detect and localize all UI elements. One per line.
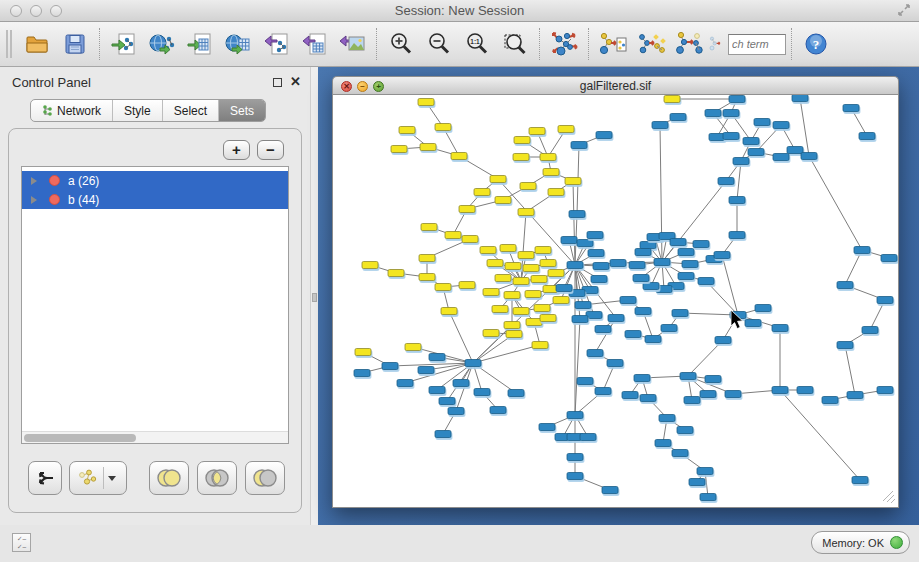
status-bar: ✓‒✓‒ Memory: OK bbox=[0, 525, 919, 562]
control-panel-tabs: Network Style Select Sets bbox=[30, 99, 266, 122]
memory-status-label: Memory: OK bbox=[822, 537, 884, 549]
tab-sets-label: Sets bbox=[230, 104, 254, 118]
tab-network[interactable]: Network bbox=[31, 100, 113, 121]
network-tree-icon bbox=[42, 105, 53, 117]
help-button[interactable]: ? bbox=[797, 25, 835, 63]
search-input[interactable] bbox=[728, 34, 786, 55]
fullscreen-arrows-icon[interactable] bbox=[897, 3, 911, 21]
scrollbar-thumb[interactable] bbox=[24, 434, 136, 442]
svg-text:?: ? bbox=[813, 37, 820, 52]
union-sets-button[interactable] bbox=[149, 461, 189, 495]
network-window-title: galFiltered.sif bbox=[333, 79, 898, 93]
set-row-b[interactable]: b (44) bbox=[22, 190, 288, 209]
horizontal-scrollbar[interactable] bbox=[22, 431, 288, 443]
resize-grip-icon[interactable] bbox=[883, 491, 895, 503]
tab-select-label: Select bbox=[174, 104, 207, 118]
tab-style[interactable]: Style bbox=[113, 100, 163, 121]
splitter-handle-icon[interactable] bbox=[312, 293, 317, 302]
yellow-network-icon bbox=[77, 468, 99, 488]
float-panel-icon[interactable] bbox=[273, 78, 282, 87]
control-panel-title: Control Panel bbox=[12, 75, 91, 90]
add-set-button[interactable]: + bbox=[223, 140, 250, 160]
import-network-web-button[interactable] bbox=[143, 25, 181, 63]
export-image-button[interactable] bbox=[333, 25, 371, 63]
zoom-actual-size-button[interactable]: 1:1 bbox=[458, 25, 496, 63]
remove-set-button[interactable]: − bbox=[257, 140, 284, 160]
network-desktop: ✕ − + galFiltered.sif bbox=[318, 67, 919, 525]
sets-panel: + − a (26) b (44) bbox=[8, 128, 302, 513]
control-panel: Control Panel ✕ Network Style Select Set… bbox=[0, 67, 310, 562]
zoom-in-button[interactable] bbox=[382, 25, 420, 63]
dropdown-caret-icon[interactable] bbox=[108, 476, 116, 481]
open-file-button[interactable] bbox=[18, 25, 56, 63]
zoom-out-button[interactable] bbox=[420, 25, 458, 63]
toolbar-separator bbox=[539, 28, 540, 60]
toolbar-separator bbox=[588, 28, 589, 60]
import-table-file-button[interactable] bbox=[181, 25, 219, 63]
set-color-dot bbox=[49, 194, 60, 205]
control-panel-header: Control Panel ✕ bbox=[0, 70, 310, 96]
intersection-sets-button[interactable] bbox=[197, 461, 237, 495]
expander-icon[interactable] bbox=[31, 177, 37, 185]
set-color-dot bbox=[49, 175, 60, 186]
app-title: Session: New Session bbox=[0, 3, 919, 18]
hide-selected-button[interactable] bbox=[670, 25, 708, 63]
first-neighbors-button[interactable] bbox=[632, 25, 670, 63]
set-label: a (26) bbox=[68, 174, 99, 188]
main-toolbar: 1:1 bbox=[0, 22, 919, 67]
tab-network-label: Network bbox=[57, 104, 101, 118]
memory-status-button[interactable]: Memory: OK bbox=[811, 531, 910, 554]
toolbar-separator bbox=[791, 28, 792, 60]
app-titlebar: Session: New Session bbox=[0, 0, 919, 22]
toolbar-separator bbox=[376, 28, 377, 60]
tab-style-label: Style bbox=[124, 104, 151, 118]
panel-splitter[interactable] bbox=[310, 67, 318, 525]
network-canvas[interactable] bbox=[332, 95, 899, 508]
export-network-button[interactable] bbox=[257, 25, 295, 63]
new-network-from-selection-button[interactable] bbox=[594, 25, 632, 63]
task-history-button[interactable]: ✓‒✓‒ bbox=[12, 533, 31, 552]
network-window-titlebar[interactable]: ✕ − + galFiltered.sif bbox=[332, 76, 899, 95]
toolbar-drag-handle[interactable] bbox=[6, 30, 12, 58]
svg-text:1:1: 1:1 bbox=[470, 38, 480, 45]
import-table-web-button[interactable] bbox=[219, 25, 257, 63]
zoom-fit-selected-button[interactable] bbox=[496, 25, 534, 63]
import-network-file-button[interactable] bbox=[105, 25, 143, 63]
network-view-window[interactable]: ✕ − + galFiltered.sif bbox=[332, 76, 899, 508]
export-table-button[interactable] bbox=[295, 25, 333, 63]
close-panel-icon[interactable]: ✕ bbox=[290, 74, 301, 89]
expander-icon[interactable] bbox=[31, 196, 37, 204]
network-graph[interactable] bbox=[333, 95, 898, 506]
difference-sets-button[interactable] bbox=[245, 461, 285, 495]
tab-select[interactable]: Select bbox=[163, 100, 219, 121]
graph-nodes[interactable] bbox=[354, 95, 897, 501]
create-set-from-network-button[interactable] bbox=[69, 461, 127, 495]
set-label: b (44) bbox=[68, 193, 99, 207]
set-row-a[interactable]: a (26) bbox=[22, 171, 288, 190]
save-session-button[interactable] bbox=[56, 25, 94, 63]
show-all-icon[interactable] bbox=[708, 25, 728, 63]
button-divider bbox=[103, 467, 104, 489]
split-set-button[interactable] bbox=[28, 461, 62, 495]
set-operations bbox=[9, 461, 301, 501]
memory-ok-icon bbox=[890, 536, 903, 549]
tab-sets[interactable]: Sets bbox=[219, 100, 265, 121]
sets-list[interactable]: a (26) b (44) bbox=[21, 166, 289, 444]
apply-layout-button[interactable] bbox=[545, 25, 583, 63]
toolbar-separator bbox=[99, 28, 100, 60]
